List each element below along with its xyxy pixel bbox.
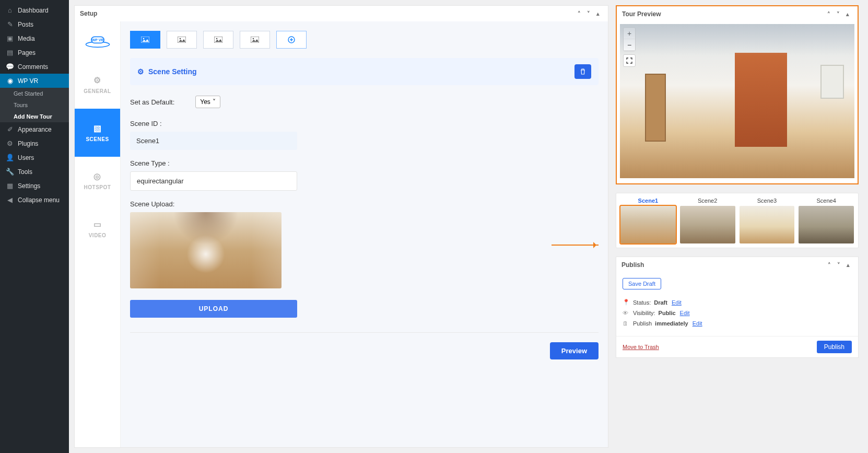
scene-tab-3[interactable] (203, 31, 233, 49)
delete-scene-button[interactable] (574, 64, 591, 79)
svg-point-4 (143, 38, 145, 40)
scene-content: ⚙Scene Setting Set as Default: Yes˅ Scen… (121, 21, 608, 447)
panel-up-icon[interactable]: ˄ (574, 9, 584, 18)
image-icon: ▧ (93, 123, 102, 133)
plug-icon: ⚙ (5, 140, 15, 147)
publish-panel: Publish ˄ ˅ ▴ Save Draft 📍 Status: Draft… (616, 257, 859, 358)
setup-body: WP VR ⚙GENERAL ▧SCENES ◎HOTSPOT ▭VIDEO ⚙… (75, 21, 608, 447)
right-column: Tour Preview ˄ ˅ ▴ + − (616, 5, 859, 448)
sidebar-item-users[interactable]: 👤Users (0, 150, 69, 165)
sidebar-item-posts[interactable]: ✎Posts (0, 17, 69, 31)
move-to-trash-link[interactable]: Move to Trash (623, 344, 659, 350)
tools-icon: 🔧 (5, 168, 15, 176)
scene-upload-label: Scene Upload: (130, 200, 599, 208)
wp-admin-sidebar: ⌂Dashboard ✎Posts ▣Media ▤Pages 💬Comment… (0, 0, 69, 453)
panel-down-icon[interactable]: ˅ (584, 9, 593, 18)
chevron-down-icon: ˅ (213, 98, 216, 106)
target-icon: ◎ (93, 171, 101, 181)
thumb-scene1[interactable]: Scene1 (620, 198, 676, 243)
zoom-out-button[interactable]: − (624, 39, 635, 51)
vr-icon: ◉ (5, 77, 15, 85)
scene-id-label: Scene ID : (130, 120, 599, 127)
video-icon: ▭ (93, 219, 102, 229)
svg-rect-3 (141, 37, 149, 43)
brush-icon: ✐ (5, 125, 15, 133)
sidebar-item-dashboard[interactable]: ⌂Dashboard (0, 3, 69, 17)
scene-tab-2[interactable] (167, 31, 197, 49)
publish-title: Publish (621, 261, 644, 269)
zoom-controls: + − (623, 27, 636, 51)
preview-button[interactable]: Preview (550, 342, 599, 359)
scene-tab-1[interactable] (130, 31, 160, 49)
svg-point-6 (180, 38, 181, 40)
annotation-arrow (552, 245, 599, 246)
sidebar-item-collapse[interactable]: ◀Collapse menu (0, 193, 69, 207)
pin-icon: ✎ (5, 20, 15, 28)
thumb-scene2[interactable]: Scene2 (680, 198, 735, 243)
panel-toggle-icon[interactable]: ▴ (843, 260, 853, 270)
panel-down-icon[interactable]: ˅ (834, 260, 843, 270)
thumb-scene3[interactable]: Scene3 (740, 198, 795, 243)
svg-point-10 (253, 38, 254, 40)
status-edit-link[interactable]: Edit (672, 299, 682, 306)
zoom-in-button[interactable]: + (624, 28, 635, 39)
tab-scenes[interactable]: ▧SCENES (75, 109, 120, 157)
sidebar-item-tools[interactable]: 🔧Tools (0, 165, 69, 179)
divider (130, 332, 599, 333)
panel-down-icon[interactable]: ˅ (834, 9, 843, 19)
sidebar-item-settings[interactable]: ▦Settings (0, 179, 69, 193)
schedule-row: 🗓 Publish immediately Edit (623, 320, 852, 327)
save-draft-button[interactable]: Save Draft (623, 278, 661, 289)
wpvr-brand: WP VR (75, 21, 120, 61)
pages-icon: ▤ (5, 49, 15, 56)
sidebar-sub-add-new-tour[interactable]: Add New Tour (0, 111, 69, 122)
tour-preview-header: Tour Preview ˄ ˅ ▴ (617, 6, 858, 22)
scene-type-input[interactable] (130, 171, 297, 191)
sidebar-item-pages[interactable]: ▤Pages (0, 45, 69, 60)
panel-up-icon[interactable]: ˄ (824, 9, 834, 19)
panorama-viewer[interactable]: + − (620, 24, 854, 178)
panel-toggle-icon[interactable]: ▴ (843, 9, 852, 19)
upload-button[interactable]: UPLOAD (130, 300, 297, 318)
svg-rect-9 (251, 37, 259, 43)
tour-preview-panel: Tour Preview ˄ ˅ ▴ + − (616, 5, 859, 184)
sidebar-item-appearance[interactable]: ✐Appearance (0, 122, 69, 136)
sidebar-item-media[interactable]: ▣Media (0, 31, 69, 45)
set-default-row: Set as Default: Yes˅ (130, 96, 599, 108)
tab-general[interactable]: ⚙GENERAL (75, 61, 120, 109)
panel-toggle-icon[interactable]: ▴ (593, 9, 603, 18)
setup-title: Setup (80, 10, 97, 17)
scene-tabs (130, 31, 599, 49)
scene-tab-add[interactable] (276, 31, 307, 49)
media-icon: ▣ (5, 34, 15, 42)
scene-id-input[interactable] (130, 132, 297, 150)
scene-tab-4[interactable] (240, 31, 270, 49)
thumb-scene4[interactable]: Scene4 (799, 198, 854, 243)
scene-upload-preview[interactable] (130, 212, 281, 288)
status-row: 📍 Status: Draft Edit (623, 299, 852, 306)
calendar-icon: 🗓 (623, 320, 630, 327)
sidebar-sub-tours[interactable]: Tours (0, 99, 69, 111)
schedule-edit-link[interactable]: Edit (693, 320, 702, 327)
users-icon: 👤 (5, 154, 15, 161)
comments-icon: 💬 (5, 63, 15, 71)
visibility-edit-link[interactable]: Edit (680, 310, 690, 316)
setup-header: Setup ˄ ˅ ▴ (75, 6, 608, 21)
publish-header: Publish ˄ ˅ ▴ (616, 257, 858, 273)
tab-hotspot[interactable]: ◎HOTSPOT (75, 157, 120, 205)
tab-video[interactable]: ▭VIDEO (75, 205, 120, 253)
dashboard-icon: ⌂ (5, 6, 15, 14)
panel-up-icon[interactable]: ˄ (825, 260, 834, 270)
svg-rect-7 (214, 37, 222, 43)
tour-preview-title: Tour Preview (622, 10, 661, 18)
gear-icon: ⚙ (137, 67, 144, 76)
set-default-select[interactable]: Yes˅ (195, 96, 220, 108)
collapse-icon: ◀ (5, 196, 15, 204)
fullscreen-button[interactable] (623, 54, 636, 67)
sidebar-item-plugins[interactable]: ⚙Plugins (0, 136, 69, 150)
sidebar-item-comments[interactable]: 💬Comments (0, 60, 69, 74)
gear-icon: ⚙ (93, 75, 101, 85)
sidebar-sub-get-started[interactable]: Get Started (0, 88, 69, 99)
sidebar-item-wpvr[interactable]: ◉WP VR (0, 74, 69, 88)
publish-button[interactable]: Publish (817, 341, 852, 353)
